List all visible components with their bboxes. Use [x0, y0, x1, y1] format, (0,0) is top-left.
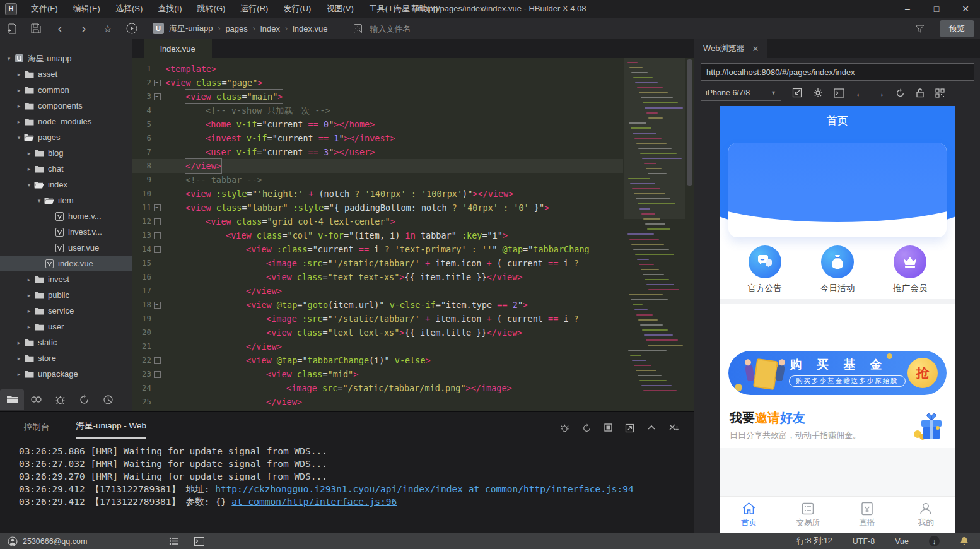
- fold-marker[interactable]: −: [151, 242, 163, 256]
- console-link[interactable]: at common/http/interface.js:94: [469, 484, 634, 494]
- feature-moneybag[interactable]: 今日活动: [810, 245, 865, 294]
- code-line[interactable]: 13−<view class="col" v-for="(item, i) in…: [132, 228, 623, 242]
- code-line[interactable]: 20<view class="text text-xs">{{ item.tit…: [132, 326, 623, 339]
- back-icon[interactable]: ←: [855, 88, 865, 98]
- code-line[interactable]: 9<!-- tabbar -->: [132, 173, 623, 187]
- fold-collapse-icon[interactable]: −: [154, 371, 161, 378]
- qrcode-icon[interactable]: [935, 88, 945, 98]
- tree-item-home.v...[interactable]: home.v...: [0, 208, 132, 224]
- code-line[interactable]: 10<view :style="'height:' + (notch ? '14…: [132, 187, 623, 201]
- debug-tab-icon[interactable]: [48, 389, 72, 410]
- bug-icon[interactable]: [560, 423, 569, 433]
- tree-item-common[interactable]: ▸common: [0, 82, 132, 98]
- tree-item-invest.v...[interactable]: invest.v...: [0, 224, 132, 240]
- close-icon[interactable]: ✕: [951, 0, 980, 18]
- notification-bell-icon[interactable]: [960, 536, 969, 546]
- console-link[interactable]: http://ckzhongguo.i293n1.cyou/api/index/…: [215, 484, 463, 494]
- fold-marker[interactable]: −: [151, 353, 163, 367]
- fold-marker[interactable]: −: [151, 90, 163, 103]
- chevron-down-icon[interactable]: ▾: [35, 198, 43, 204]
- encoding-indicator[interactable]: UTF-8: [853, 537, 875, 546]
- menu-item[interactable]: 编辑(E): [66, 0, 108, 18]
- menu-item[interactable]: 视图(V): [318, 0, 361, 18]
- settings-gear-icon[interactable]: [813, 88, 823, 98]
- chevron-down-icon[interactable]: ▾: [25, 182, 33, 188]
- update-icon[interactable]: ↓: [929, 536, 940, 546]
- sync-tab-icon[interactable]: [72, 389, 96, 410]
- fold-marker[interactable]: −: [151, 215, 163, 228]
- breadcrumb-item[interactable]: index.vue: [293, 24, 328, 33]
- chevron-right-icon[interactable]: ▸: [15, 371, 23, 377]
- hero-card[interactable]: [728, 143, 947, 237]
- grab-badge[interactable]: 抢: [907, 358, 938, 388]
- code-line[interactable]: 21</view>: [132, 339, 623, 353]
- run-icon[interactable]: [120, 18, 144, 39]
- code-line[interactable]: 19<image :src="'/static/tabbar/' + item.…: [132, 312, 623, 326]
- menu-item[interactable]: 查找(I): [150, 0, 189, 18]
- export-log-icon[interactable]: [625, 423, 634, 433]
- tree-item-store[interactable]: ▸store: [0, 350, 132, 366]
- menu-item[interactable]: 跳转(G): [190, 0, 233, 18]
- editor-scrollbar[interactable]: [687, 59, 692, 411]
- device-selector[interactable]: iPhone 6/7/8 ▼: [701, 85, 781, 101]
- chevron-down-icon[interactable]: ▾: [15, 134, 23, 141]
- code-line[interactable]: 18−<view @tap="goto(item.url)" v-else-if…: [132, 298, 623, 312]
- chevron-right-icon[interactable]: ▸: [15, 87, 23, 93]
- code-line[interactable]: 14−<view :class="current == i ? 'text-pr…: [132, 242, 623, 256]
- chevron-down-icon[interactable]: ▾: [5, 56, 13, 62]
- fold-collapse-icon[interactable]: −: [154, 80, 161, 86]
- code-line[interactable]: 15<image :src="'/static/tabbar/' + item.…: [132, 256, 623, 270]
- chevron-right-icon[interactable]: ▸: [25, 324, 33, 330]
- tree-item-public[interactable]: ▸public: [0, 287, 132, 303]
- code-line[interactable]: 24<image src="/static/tabbar/mid.png"></…: [132, 381, 623, 395]
- tree-item-user.vue[interactable]: user.vue: [0, 240, 132, 256]
- code-line[interactable]: 4<!-- v-show 只加载一次 -->: [132, 103, 623, 117]
- code-line[interactable]: 23−<view class="mid">: [132, 367, 623, 381]
- code-line[interactable]: 5<home v-if="current == 0"></home>: [132, 117, 623, 131]
- code-line[interactable]: 25</view>: [132, 395, 623, 409]
- chevron-right-icon[interactable]: ▸: [15, 355, 23, 362]
- tree-item-pages[interactable]: ▾pages: [0, 129, 132, 145]
- plugins-tab-icon[interactable]: [96, 389, 120, 410]
- code-line[interactable]: 16<view class="text text-xs">{{ item.tit…: [132, 270, 623, 284]
- tree-item-chat[interactable]: ▸chat: [0, 161, 132, 177]
- tree-item-item[interactable]: ▾item: [0, 192, 132, 208]
- nav-forward-icon[interactable]: ›: [72, 18, 96, 39]
- tree-item-海星-uniapp[interactable]: ▾海星-uniapp: [0, 50, 132, 66]
- tree-item-blog[interactable]: ▸blog: [0, 145, 132, 161]
- code-line[interactable]: 3−<view class="main">: [132, 90, 623, 103]
- filter-icon[interactable]: [907, 18, 931, 39]
- fold-collapse-icon[interactable]: −: [154, 93, 161, 100]
- fold-collapse-icon[interactable]: −: [154, 357, 161, 364]
- invite-friends-section[interactable]: 我要邀请好友 日日分享共致富，动动手指赚佣金。: [720, 403, 955, 448]
- menu-item[interactable]: 选择(S): [108, 0, 150, 18]
- refresh-icon[interactable]: [895, 88, 905, 98]
- tree-item-index.vue[interactable]: index.vue: [0, 256, 132, 271]
- chevron-right-icon[interactable]: ▸: [15, 71, 23, 78]
- account-email[interactable]: 2530666@qq.com: [23, 537, 87, 546]
- save-icon[interactable]: [24, 18, 48, 39]
- maximize-icon[interactable]: □: [922, 0, 951, 18]
- terminal-icon[interactable]: [194, 537, 204, 546]
- url-input[interactable]: [701, 68, 974, 77]
- menu-item[interactable]: 工具(T): [361, 0, 404, 18]
- minimize-icon[interactable]: –: [893, 0, 922, 18]
- breadcrumb-item[interactable]: pages: [225, 24, 247, 33]
- tree-item-user[interactable]: ▸user: [0, 319, 132, 334]
- tree-item-index[interactable]: ▾index: [0, 177, 132, 192]
- language-mode[interactable]: Vue: [895, 537, 909, 546]
- fold-collapse-icon[interactable]: −: [154, 218, 161, 225]
- outline-icon[interactable]: [169, 537, 179, 545]
- resize-window-icon[interactable]: [792, 88, 802, 98]
- tab-home[interactable]: 首页: [720, 497, 779, 533]
- breadcrumb-item[interactable]: index: [260, 24, 280, 33]
- nav-back-icon[interactable]: ‹: [48, 18, 72, 39]
- fold-marker[interactable]: −: [151, 367, 163, 381]
- fold-collapse-icon[interactable]: −: [154, 302, 161, 309]
- chevron-right-icon[interactable]: ▸: [25, 150, 33, 156]
- close-icon[interactable]: ✕: [752, 44, 759, 54]
- code-line[interactable]: 8</view>: [132, 159, 623, 173]
- console-link[interactable]: at common/http/interface.js:96: [231, 497, 397, 507]
- feature-crown[interactable]: 推广会员: [883, 245, 937, 294]
- stop-icon[interactable]: [604, 423, 612, 433]
